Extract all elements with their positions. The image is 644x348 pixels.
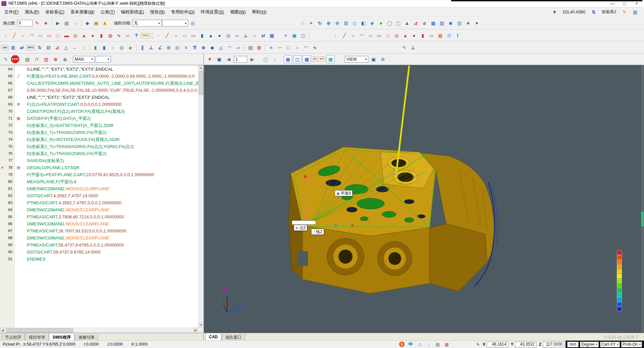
- pan-view-icon[interactable]: +: [307, 19, 315, 27]
- zoom-in-icon[interactable]: ⊕: [324, 19, 333, 27]
- render-mode-icon[interactable]: ◙: [446, 19, 455, 27]
- menu-环境设置[interactable]: 环境设置(S): [198, 7, 227, 17]
- sub-mode-select[interactable]: ▾: [96, 56, 111, 63]
- code-line-69[interactable]: 69⊞F(点2)=FEAT/POINT,CART,0,0,0,0,0,1.000…: [0, 101, 198, 108]
- tol-roundness-icon[interactable]: ○: [109, 44, 117, 52]
- measure-point-icon[interactable]: ∙: [1, 31, 10, 40]
- datum-target-icon[interactable]: ⊥: [409, 44, 417, 52]
- cad-scroll-thumb[interactable]: [641, 212, 644, 226]
- csys-new-icon[interactable]: ⊞: [9, 44, 17, 52]
- section-arc-icon[interactable]: ◠: [302, 44, 310, 52]
- toolbar-overflow-icon[interactable]: ▾: [473, 19, 481, 27]
- zoom-out-icon[interactable]: ⊖: [333, 19, 341, 27]
- measure-ring-icon[interactable]: ◎: [71, 31, 79, 40]
- measure-torus-icon[interactable]: ◍: [106, 31, 114, 40]
- keyboard-tray-icon[interactable]: ▤: [435, 341, 441, 347]
- move-3d-icon[interactable]: +: [281, 31, 290, 40]
- menu-文件[interactable]: 文件(F): [1, 7, 22, 17]
- menu-基本测量[interactable]: 基本测量(M): [67, 7, 98, 17]
- scroll-down-button[interactable]: ▼: [199, 323, 203, 328]
- code-line-76[interactable]: 76D(坐标系2_T)=TRANS/ZORIG,FA(平面2): [0, 150, 198, 157]
- import-page-icon[interactable]: ↓: [271, 55, 279, 63]
- auto-ellipse-icon[interactable]: ○: [364, 31, 377, 40]
- cad-view-scrollbar[interactable]: [640, 65, 644, 333]
- code-horizontal-scrollbar[interactable]: ◀ ▶: [0, 328, 198, 333]
- construct-sphere-icon[interactable]: ●: [215, 31, 224, 40]
- format-convert-icon[interactable]: ▩: [303, 55, 311, 63]
- result-grid-icon[interactable]: ▦: [326, 55, 335, 63]
- menu-帮助[interactable]: 帮助(H): [249, 7, 270, 17]
- page-number-input[interactable]: [234, 56, 247, 63]
- scroll-right-button[interactable]: ▶: [193, 328, 198, 333]
- code-line-64[interactable]: 640,LINE,"","","EXT1","EXT2","EXT3",ENDC…: [0, 66, 198, 73]
- probe-status-icon[interactable]: ▼: [550, 8, 559, 16]
- capture-icon[interactable]: ▥: [438, 19, 446, 27]
- auto-sphere-icon[interactable]: ●: [410, 31, 418, 40]
- csys-save-icon[interactable]: ⊟: [44, 44, 53, 52]
- code-line-74[interactable]: 74D(坐标系2_R)=ROTATE/ZAXIS,FA(直线2),XDIR: [0, 136, 198, 143]
- di-export-badge[interactable]: DI: [312, 57, 318, 62]
- code-line-85[interactable]: 85PTMEAS/CART,3.7806,60.7214,0,0,0,1.000…: [0, 213, 198, 220]
- code-line-82[interactable]: 82GOTO/CART,4.3562,7.4797,14.0000: [0, 192, 198, 199]
- export-icon[interactable]: →: [71, 19, 79, 27]
- code-line-89[interactable]: 89PTMEAS/CART,59.4737,9.6765,0,0,0,1.000…: [0, 241, 198, 249]
- gdt-profile-line-icon[interactable]: ◠: [225, 44, 234, 52]
- gdt-perpendicularity-icon[interactable]: ⊥: [147, 44, 155, 52]
- code-line-90[interactable]: 90GOTO/CART,59.4737,9.6765,14.0000: [0, 249, 198, 256]
- gdt-runout-icon[interactable]: ◎: [173, 44, 181, 52]
- menu-视图[interactable]: 视图(W): [227, 7, 249, 17]
- code-line-66[interactable]: 66CALL/EXTERN,DMIS,M(NETDMIS_AUTO_LINE_1…: [0, 80, 198, 87]
- measure-cylinder-icon[interactable]: ▮: [97, 31, 106, 40]
- level-icon[interactable]: △: [62, 44, 70, 52]
- tol-table-icon[interactable]: ⊞: [255, 44, 263, 52]
- view-settings-icon[interactable]: ∗: [464, 19, 472, 27]
- line2-feature-label[interactable]: ╱ 线2: [311, 229, 324, 235]
- construct-point-icon[interactable]: ∙: [154, 31, 163, 40]
- construct-ellipse-icon[interactable]: ○: [178, 31, 191, 40]
- auto-circle-icon[interactable]: ○: [349, 31, 357, 40]
- vertical-scroll-thumb[interactable]: [199, 71, 203, 95]
- auto-cone-icon[interactable]: ▲: [401, 31, 410, 40]
- warning-icon[interactable]: ▲!: [101, 19, 109, 27]
- aux-function-select[interactable]: 无▾: [132, 20, 162, 26]
- point-count-input[interactable]: [17, 20, 33, 26]
- auto-ring-icon[interactable]: ◎: [392, 31, 401, 40]
- code-line-84[interactable]: 84DMESW/COMAND,'MOVE/CLEARPLANE': [0, 206, 198, 213]
- view-3d-icon[interactable]: ▣: [290, 31, 299, 40]
- gdt-symmetry-icon[interactable]: ≡: [182, 44, 190, 52]
- menu-专用软件[interactable]: 专用软件(O): [168, 7, 198, 17]
- code-line-77[interactable]: 77SAVE/DA(坐标系2): [0, 157, 198, 164]
- csys-rotate-icon[interactable]: ↻: [36, 44, 44, 52]
- measure-tool-icon[interactable]: ⌀: [420, 19, 429, 27]
- cad-import-icon[interactable]: ▣: [92, 19, 100, 27]
- tol-cylinder-icon[interactable]: ▮: [100, 44, 108, 52]
- angle-unit-select[interactable]: Degree ▾: [580, 342, 599, 347]
- gdt-profile-icon[interactable]: ◆: [208, 44, 216, 52]
- code-line-91[interactable]: 91ENDMES: [0, 256, 198, 263]
- code-line-67[interactable]: 670,55.0000,FALSE,FALSE,FALSE,10.0000,"C…: [0, 87, 198, 94]
- auto-point-icon[interactable]: ∙: [331, 31, 340, 40]
- help-icon[interactable]: ?: [132, 31, 141, 40]
- menu-公差[interactable]: 公差(T): [98, 7, 118, 17]
- rotate-view-icon[interactable]: ↻: [316, 19, 324, 27]
- offline-screen-icon[interactable]: ▥: [42, 55, 50, 63]
- ime-punct-icon[interactable]: ∴: [417, 341, 423, 347]
- point-grid-icon[interactable]: ∷: [445, 31, 453, 40]
- download-tray-icon[interactable]: ↓: [426, 341, 432, 347]
- measure-circle-icon[interactable]: ○: [19, 31, 27, 40]
- horizontal-scroll-thumb[interactable]: [6, 328, 73, 333]
- code-line-88[interactable]: 88DMESW/COMAND,'MOVE/CLEARPLANE': [0, 234, 198, 241]
- code-line-83[interactable]: 83PTMEAS/CART,4.3562,7.4797,0,0,0,1.0000…: [0, 199, 198, 206]
- more-features-icon[interactable]: ⋮: [453, 31, 462, 40]
- view-front-icon[interactable]: ◧: [359, 19, 368, 27]
- coord-mode-select[interactable]: Cart-XY ▾: [600, 342, 620, 347]
- code-line-81[interactable]: 81DMESW/COMAND,'MOVE/CLEARPLANE': [0, 185, 198, 192]
- report-preview-icon[interactable]: ◫: [293, 55, 302, 63]
- shaded-view-icon[interactable]: ●: [377, 19, 385, 27]
- zoom-window-icon[interactable]: ◻: [351, 19, 359, 27]
- gdt-angularity-icon[interactable]: ∠: [156, 44, 164, 52]
- connection-status-icon[interactable]: ϟ: [620, 8, 629, 16]
- csys-display-icon[interactable]: ⊿: [412, 19, 420, 27]
- code-line-65[interactable]: 65╱F(直线3)=FEAT/LINE,BND,CART,0,4.0000,-2…: [0, 73, 198, 80]
- record-mode-icon[interactable]: ◉: [61, 55, 69, 63]
